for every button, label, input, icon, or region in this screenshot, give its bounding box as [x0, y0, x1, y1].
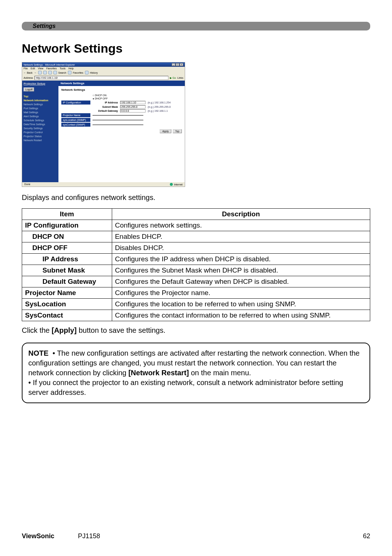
sidebar-item-alert-settings[interactable]: Alert Settings: [24, 115, 57, 118]
intro-text: Displays and configures network settings…: [22, 193, 370, 202]
search-icon[interactable]: [53, 71, 57, 74]
pane-title: Network Settings: [58, 81, 185, 86]
cell-item: Subnet Mask: [22, 265, 112, 276]
menu-tools[interactable]: Tools: [60, 67, 65, 70]
cell-item: IP Configuration: [22, 220, 112, 231]
main-pane: Network Settings Network Settings ○ DHCP…: [58, 81, 185, 182]
table-row: DHCP OFF Disables DHCP.: [22, 242, 370, 254]
menu-edit[interactable]: Edit: [30, 67, 35, 70]
forward-button[interactable]: →: [34, 71, 37, 74]
cell-desc: Configures the location to be referred t…: [112, 299, 370, 310]
window-minimize-icon[interactable]: _: [172, 63, 175, 66]
section-title: Network Settings: [22, 41, 370, 56]
history-icon[interactable]: [85, 71, 89, 74]
status-done: Done: [24, 183, 30, 186]
syslocation-label: sysLocation (SNMP): [61, 118, 90, 122]
table-row: Default Gateway Configures the Default G…: [22, 276, 370, 287]
dhcp-on-radio[interactable]: ○ DHCP ON: [93, 94, 106, 97]
dhcp-off-radio[interactable]: ● DHCP OFF: [93, 97, 108, 100]
sidebar-item-projector-control[interactable]: Projector Control: [24, 131, 57, 134]
page-footer: ViewSonic PJ1158 62: [22, 532, 370, 540]
menu-file[interactable]: File: [24, 67, 28, 70]
menu-help[interactable]: Help: [69, 67, 74, 70]
cell-desc: Configures the Projector name.: [112, 287, 370, 299]
ip-address-label: IP Address: [93, 101, 118, 104]
sidebar-item-network-settings[interactable]: Network Settings: [24, 103, 57, 106]
footer-brand: ViewSonic: [22, 532, 54, 540]
window-close-icon[interactable]: ×: [180, 63, 183, 66]
sidebar-top-label: Top:: [24, 95, 57, 98]
subnet-hint: (e.g.) 255.255.255.0: [148, 106, 171, 108]
go-button[interactable]: ▶ Go: [170, 77, 176, 79]
cell-item: IP Address: [22, 254, 112, 265]
browser-menubar: File Edit View Favorites Tools Help: [22, 67, 185, 70]
settings-table: Item Description IP Configuration Config…: [22, 208, 370, 321]
syscontact-label: sysContact (SNMP): [61, 123, 90, 127]
top-button[interactable]: Top: [173, 129, 182, 133]
table-row: SysLocation Configures the location to b…: [22, 299, 370, 310]
note-box: NOTE • The new configuration settings ar…: [22, 343, 370, 403]
browser-titlebar: Network Settings - Microsoft Internet Ex…: [22, 62, 185, 67]
sidebar-item-datetime-settings[interactable]: Date/Time Settings: [24, 123, 57, 126]
cell-desc: Disables DHCP.: [112, 242, 370, 254]
logoff-button[interactable]: Logoff: [24, 87, 34, 91]
note-label: NOTE: [28, 349, 49, 357]
status-zone: Internet: [174, 183, 183, 186]
apply-button[interactable]: Apply: [160, 129, 171, 133]
cell-desc: Configures network settings.: [112, 220, 370, 231]
ip-config-label: IP Configuration: [61, 101, 90, 105]
syscontact-input[interactable]: [93, 124, 143, 125]
after-table-text: Click the [Apply] button to save the set…: [22, 326, 370, 335]
header-bar: Settings: [22, 22, 370, 30]
cell-item: Projector Name: [22, 287, 112, 299]
cell-item: SysContact: [22, 310, 112, 321]
menu-favorites[interactable]: Favorites: [46, 67, 57, 70]
window-maximize-icon[interactable]: □: [176, 63, 179, 66]
footer-model: PJ1158: [78, 532, 100, 540]
sidebar-item-mail-settings[interactable]: Mail Settings: [24, 111, 57, 114]
table-row: SysContact Configures the contact inform…: [22, 310, 370, 321]
ip-address-input[interactable]: 192.168.1.10: [120, 101, 146, 104]
browser-statusbar: Done Internet: [22, 182, 185, 187]
favorites-icon[interactable]: [68, 71, 72, 74]
sidebar-title: Projector Setup: [24, 82, 57, 85]
menu-view[interactable]: View: [38, 67, 43, 70]
sidebar-item-projector-status[interactable]: Projector Status: [24, 135, 57, 138]
sidebar-item-security-settings[interactable]: Security Settings: [24, 127, 57, 130]
browser-toolbar: ← Back → Search Favorites History: [22, 70, 185, 75]
subnet-input[interactable]: 255.255.255.0: [120, 105, 146, 109]
table-row: DHCP ON Enables DHCP.: [22, 231, 370, 242]
syslocation-input[interactable]: [93, 120, 143, 120]
stop-icon[interactable]: [38, 71, 42, 74]
refresh-icon[interactable]: [43, 71, 47, 74]
browser-screenshot: Network Settings - Microsoft Internet Ex…: [22, 62, 185, 187]
sidebar-item-schedule-settings[interactable]: Schedule Settings: [24, 119, 57, 122]
header-bar-text: Settings: [33, 23, 56, 29]
address-label: Address: [24, 77, 33, 79]
sidebar-item-network-restart[interactable]: Network Restart: [24, 139, 57, 142]
cell-item: DHCP ON: [22, 231, 112, 242]
cell-desc: Configures the Subnet Mask when DHCP is …: [112, 265, 370, 276]
address-input[interactable]: http://192.168.1.10/: [34, 76, 169, 80]
browser-addressbar: Address http://192.168.1.10/ ▶ Go Links: [22, 75, 185, 81]
cell-desc: Configures the Default Gateway when DHCP…: [112, 276, 370, 287]
links-label[interactable]: Links: [177, 77, 183, 79]
projector-name-input[interactable]: [93, 115, 143, 116]
sidebar-heading[interactable]: Network Information: [24, 99, 57, 102]
cell-desc: Enables DHCP.: [112, 231, 370, 242]
cell-item: DHCP OFF: [22, 242, 112, 254]
cell-desc: Configures the contact information to be…: [112, 310, 370, 321]
globe-icon: [170, 183, 173, 186]
home-icon[interactable]: [48, 71, 52, 74]
browser-title: Network Settings - Microsoft Internet Ex…: [24, 64, 75, 66]
footer-page-number: 62: [363, 532, 370, 540]
th-desc: Description: [112, 209, 370, 220]
sidebar-item-port-settings[interactable]: Port Settings: [24, 107, 57, 110]
th-item: Item: [22, 209, 112, 220]
cell-item: Default Gateway: [22, 276, 112, 287]
cell-item: SysLocation: [22, 299, 112, 310]
back-button[interactable]: ← Back: [24, 71, 33, 74]
projector-name-label: Projector Name: [61, 113, 90, 117]
subheading: Network Settings: [58, 86, 185, 93]
gateway-input[interactable]: 0.0.0.0: [120, 109, 146, 113]
